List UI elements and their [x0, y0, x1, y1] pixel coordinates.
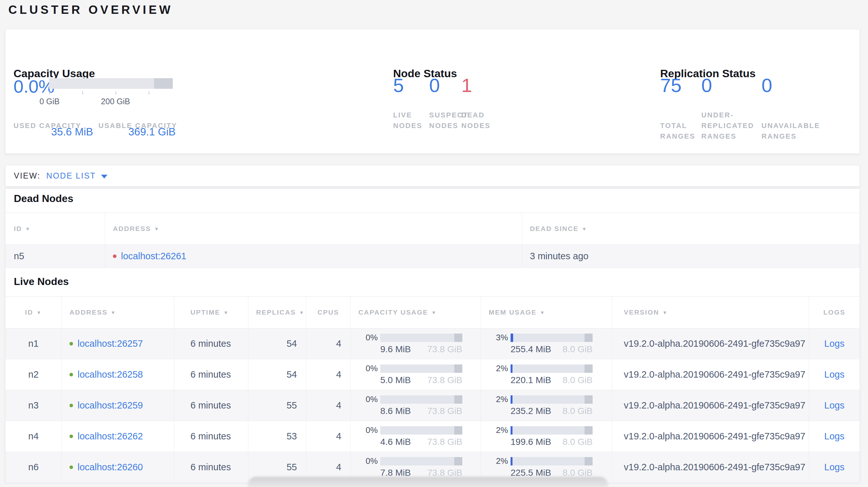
mem-used-value: 199.6 MiB [510, 437, 551, 447]
node-logs-cell: Logs [809, 421, 860, 452]
view-dropdown[interactable]: NODE LIST [46, 171, 107, 181]
node-list-card: Dead Nodes ID ▼ ADDRESS ▼ DEAD SINCE ▼ n… [5, 189, 860, 482]
node-uptime: 6 minutes [174, 359, 248, 390]
node-address-link[interactable]: localhost:26262 [78, 431, 143, 442]
mem-used-value: 225.5 MiB [510, 468, 551, 478]
mem-used-fill [510, 426, 513, 434]
node-version: v19.2.0-alpha.20190606-2491-gfe735c9a97 [612, 359, 809, 390]
capacity-percent-label: 0% [359, 394, 378, 404]
dead-col-dead-since-header[interactable]: DEAD SINCE ▼ [522, 213, 860, 245]
capacity-percent-label: 0% [359, 363, 378, 374]
col-id-header[interactable]: ID ▼ [5, 297, 61, 328]
sort-desc-icon: ▼ [582, 226, 587, 232]
dead-nodes-rows: n5 localhost:26261 3 minutes ago [5, 245, 860, 268]
col-replicas-header[interactable]: REPLICAS ▼ [248, 297, 306, 328]
col-version-header[interactable]: VERSION ▼ [612, 297, 809, 328]
dead-node-address-link[interactable]: localhost:26261 [121, 251, 186, 261]
capacity-other-segment [454, 457, 463, 465]
mem-used-fill [510, 457, 513, 465]
node-replicas: 53 [248, 421, 306, 452]
gauge-tick [49, 91, 50, 95]
dead-nodes-label: DEAD NODES [461, 110, 491, 131]
capacity-used-value: 4.6 MiB [380, 437, 411, 447]
node-address-link[interactable]: localhost:26257 [78, 338, 143, 349]
sort-desc-icon: ▼ [299, 310, 305, 315]
col-mem-usage-header[interactable]: MEM USAGE ▼ [480, 297, 612, 328]
col-cpus-header[interactable]: CPUS [306, 297, 350, 328]
gauge-tick-label-200: 200 GiB [96, 97, 135, 106]
dead-nodes-count: 1 [461, 74, 472, 97]
unavailable-ranges-label: UNAVAILABLE RANGES [762, 120, 820, 141]
node-logs-cell: Logs [809, 390, 860, 421]
capacity-usage-bar [380, 395, 462, 404]
total-ranges-count: 75 [660, 74, 701, 97]
live-node-row: n3 localhost:26259 6 minutes 55 4 0% 8.6… [5, 390, 860, 421]
page-title: CLUSTER OVERVIEW [8, 3, 173, 17]
gauge-tick [149, 91, 149, 95]
capacity-used-value: 5.0 MiB [380, 375, 411, 385]
capacity-usage-bar [380, 364, 462, 373]
node-address-link[interactable]: localhost:26260 [78, 462, 143, 473]
node-version: v19.2.0-alpha.20190606-2491-gfe735c9a97 [612, 452, 809, 483]
col-logs-header: LOGS [809, 297, 860, 328]
mem-percent-label: 3% [489, 333, 508, 343]
mem-other-segment [585, 395, 593, 404]
live-status-dot-icon [69, 465, 73, 469]
capacity-total-value: 73.8 GiB [427, 406, 462, 416]
capacity-used-value: 9.6 MiB [380, 344, 411, 355]
dead-col-address-header[interactable]: ADDRESS ▼ [105, 213, 522, 245]
node-address-link[interactable]: localhost:26258 [78, 369, 143, 380]
live-node-row: n4 localhost:26262 6 minutes 53 4 0% 4.6… [5, 421, 860, 452]
dead-node-row: n5 localhost:26261 3 minutes ago [5, 245, 860, 268]
col-uptime-header[interactable]: UPTIME ▼ [174, 297, 248, 328]
node-id: n2 [5, 359, 61, 390]
live-status-dot-icon [69, 373, 73, 376]
dead-nodes-header-row: ID ▼ ADDRESS ▼ DEAD SINCE ▼ [5, 213, 860, 245]
node-address-link[interactable]: localhost:26259 [78, 400, 143, 411]
capacity-percent-label: 0% [359, 456, 378, 466]
live-node-row: n2 localhost:26258 6 minutes 54 4 0% 5.0… [5, 359, 860, 390]
mem-used-fill [510, 364, 513, 373]
node-mem-usage-cell: 2% 220.1 MiB 8.0 GiB [480, 359, 612, 390]
col-address-header[interactable]: ADDRESS ▼ [61, 297, 174, 328]
node-logs-cell: Logs [809, 359, 860, 390]
col-capacity-usage-header[interactable]: CAPACITY USAGE ▼ [350, 297, 480, 328]
sort-desc-icon: ▼ [25, 226, 31, 232]
mem-used-value: 255.4 MiB [510, 344, 551, 355]
dead-col-id-header[interactable]: ID ▼ [5, 213, 105, 245]
node-status-section: Node Status 5 0 1 LIVE NODES SUSPECT NOD… [388, 29, 645, 154]
capacity-percent-label: 0% [359, 333, 378, 343]
mem-used-fill [510, 395, 513, 404]
node-logs-link[interactable]: Logs [824, 400, 844, 411]
node-logs-link[interactable]: Logs [824, 369, 844, 380]
node-version: v19.2.0-alpha.20190606-2491-gfe735c9a97 [612, 390, 809, 421]
node-logs-link[interactable]: Logs [824, 338, 844, 349]
node-replicas: 54 [248, 328, 306, 359]
mem-usage-bar [510, 457, 593, 465]
mem-percent-label: 2% [489, 425, 508, 435]
node-logs-cell: Logs [809, 328, 860, 359]
node-uptime: 6 minutes [174, 328, 248, 359]
mem-total-value: 8.0 GiB [563, 468, 593, 478]
dead-node-dead-since: 3 minutes ago [522, 245, 860, 268]
under-replicated-ranges-count: 0 [701, 74, 762, 97]
mem-total-value: 8.0 GiB [563, 437, 593, 447]
replication-status-section: Replication Status 75 0 0 TOTAL RANGES U… [655, 29, 858, 154]
gauge-tick [116, 91, 116, 95]
node-logs-link[interactable]: Logs [824, 462, 844, 473]
under-replicated-ranges-label: UNDER- REPLICATED RANGES [701, 110, 762, 141]
live-status-dot-icon [69, 342, 73, 346]
unavailable-ranges-count: 0 [762, 74, 772, 97]
total-ranges-label: TOTAL RANGES [660, 120, 701, 141]
capacity-other-segment [454, 395, 463, 404]
cluster-summary-card: Capacity Usage 0.0% 0 GiB 200 GiB USED C… [5, 29, 860, 154]
capacity-used-value: 8.6 MiB [380, 406, 411, 416]
dead-node-address-cell: localhost:26261 [105, 245, 522, 268]
mem-usage-bar [510, 395, 593, 404]
live-status-dot-icon [69, 434, 73, 438]
node-uptime: 6 minutes [174, 421, 248, 452]
node-logs-link[interactable]: Logs [824, 431, 844, 442]
node-capacity-usage-cell: 0% 4.6 MiB 73.8 GiB [350, 421, 480, 452]
view-dropdown-selected: NODE LIST [46, 171, 96, 181]
live-nodes-heading: Live Nodes [14, 276, 69, 288]
